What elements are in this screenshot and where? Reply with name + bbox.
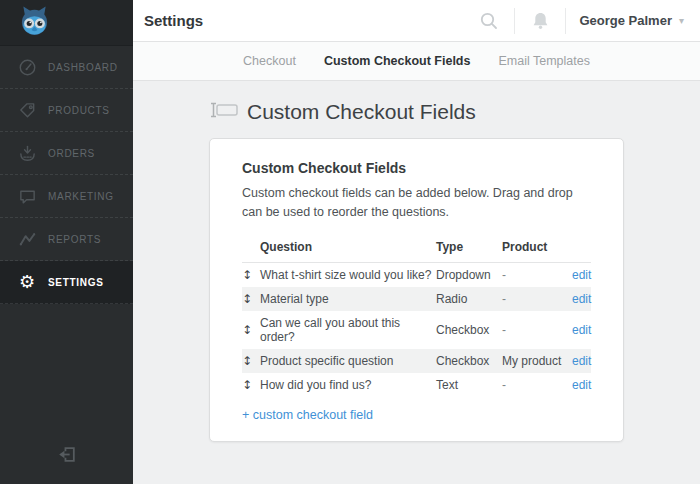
speech-bubble-icon [17,186,37,206]
sidebar-item-label: REPORTS [48,234,101,245]
gauge-icon [17,57,37,77]
sidebar-item-marketing[interactable]: MARKETING [0,175,133,218]
custom-checkout-fields-card: Custom Checkout Fields Custom checkout f… [209,138,624,442]
user-menu[interactable]: George Palmer ▾ [579,13,687,28]
cell-product: My product [502,354,572,368]
sidebar-item-dashboard[interactable]: DASHBOARD [0,46,133,89]
cell-product: - [502,268,572,282]
topbar-divider [565,8,566,34]
sidebar-item-products[interactable]: PRODUCTS [0,89,133,132]
drag-handle-icon[interactable]: ↕ [242,354,260,368]
sidebar-item-label: SETTINGS [48,277,104,288]
edit-link[interactable]: edit [572,292,591,306]
logout-button[interactable] [0,443,133,484]
brand-logo[interactable] [0,0,133,46]
sidebar-item-label: ORDERS [48,148,95,159]
cell-question: Product specific question [260,354,436,368]
drag-handle-icon[interactable]: ↕ [242,268,260,282]
edit-link[interactable]: edit [572,354,591,368]
owl-logo-icon [19,4,50,41]
search-icon[interactable] [477,9,501,33]
cell-product: - [502,323,572,337]
sidebar-item-label: MARKETING [48,191,114,202]
tab-custom-checkout-fields[interactable]: Custom Checkout Fields [324,54,471,68]
custom-fields-table: Question Type Product ↕ What t-shirt siz… [242,233,591,397]
card-description: Custom checkout fields can be added belo… [242,184,591,222]
table-row: ↕ How did you find us? Text - edit [242,373,591,397]
chevron-down-icon: ▾ [679,16,684,26]
topbar-divider [514,8,515,34]
edit-link[interactable]: edit [572,268,591,282]
sidebar-item-settings[interactable]: ⚙ SETTINGS [0,261,133,304]
table-header-row: Question Type Product [242,233,591,263]
cell-type: Checkbox [436,323,502,337]
page-title: Settings [144,12,203,29]
topbar-actions: George Palmer ▾ [477,8,687,34]
line-chart-icon [17,229,37,249]
settings-tabbar: Checkout Custom Checkout Fields Email Te… [133,42,700,81]
sidebar-item-label: DASHBOARD [48,62,118,73]
cell-product: - [502,292,572,306]
column-header-type: Type [436,240,502,254]
topbar: Settings George Palmer [133,0,700,42]
download-tray-icon [17,143,37,163]
page-heading-text: Custom Checkout Fields [247,100,476,124]
form-field-icon [209,100,239,124]
cell-question: Material type [260,292,436,306]
sidebar-item-reports[interactable]: REPORTS [0,218,133,261]
tab-checkout[interactable]: Checkout [243,54,296,68]
app-window: DASHBOARD PRODUCTS [0,0,700,484]
content-area: Custom Checkout Fields Custom Checkout F… [133,81,700,484]
cell-question: What t-shirt size would you like? [260,268,436,282]
page-heading: Custom Checkout Fields [209,100,700,124]
tab-email-templates[interactable]: Email Templates [498,54,589,68]
table-row: ↕ Product specific question Checkbox My … [242,349,591,373]
add-custom-checkout-field-link[interactable]: + custom checkout field [242,408,373,422]
drag-handle-icon[interactable]: ↕ [242,378,260,392]
main-column: Settings George Palmer [133,0,700,484]
notifications-bell-icon[interactable] [528,9,552,33]
card-title: Custom Checkout Fields [242,160,591,176]
sign-out-icon [55,443,78,470]
sidebar-nav: DASHBOARD PRODUCTS [0,46,133,304]
cell-type: Checkbox [436,354,502,368]
cell-type: Text [436,378,502,392]
column-header-product: Product [502,240,572,254]
cell-type: Dropdown [436,268,502,282]
sidebar-item-orders[interactable]: ORDERS [0,132,133,175]
drag-handle-icon[interactable]: ↕ [242,292,260,306]
user-name: George Palmer [579,13,672,28]
table-row: ↕ What t-shirt size would you like? Drop… [242,263,591,287]
table-row: ↕ Can we call you about this order? Chec… [242,311,591,349]
cell-product: - [502,378,572,392]
table-row: ↕ Material type Radio - edit [242,287,591,311]
cell-question: How did you find us? [260,378,436,392]
tag-icon [17,100,37,120]
gear-icon: ⚙ [17,272,37,292]
cell-type: Radio [436,292,502,306]
column-header-question: Question [260,240,436,254]
cell-question: Can we call you about this order? [260,316,436,344]
edit-link[interactable]: edit [572,323,591,337]
drag-handle-icon[interactable]: ↕ [242,323,260,337]
sidebar: DASHBOARD PRODUCTS [0,0,133,484]
edit-link[interactable]: edit [572,378,591,392]
sidebar-item-label: PRODUCTS [48,105,110,116]
